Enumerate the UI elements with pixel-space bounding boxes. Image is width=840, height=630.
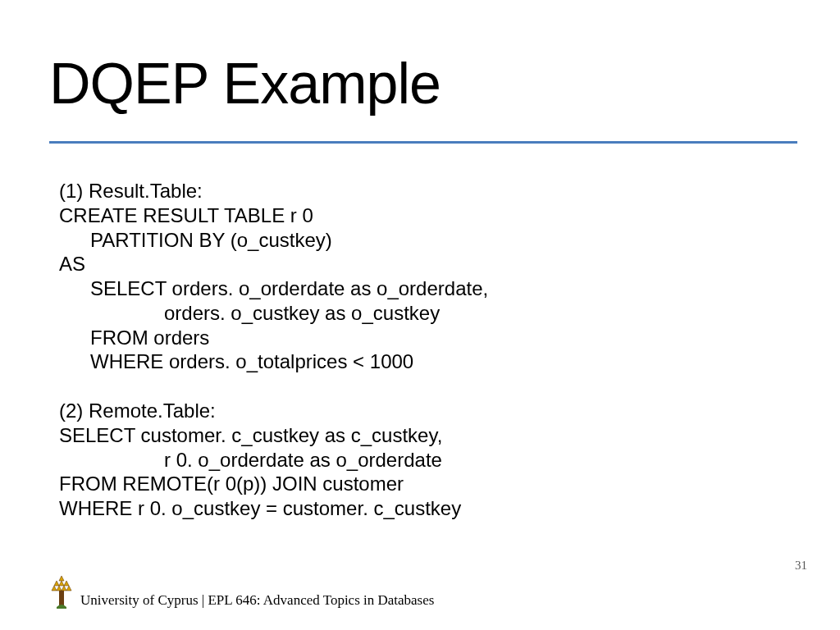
code-line: (2) Remote.Table: [59,399,791,423]
slide-body: (1) Result.Table: CREATE RESULT TABLE r … [59,179,791,521]
code-line: WHERE orders. o_totalprices < 1000 [59,349,791,374]
code-line: (1) Result.Table: [59,179,791,203]
svg-rect-0 [59,591,64,605]
code-line: SELECT orders. o_orderdate as o_orderdat… [59,276,791,301]
slide-title: DQEP Example [49,51,441,116]
code-line: orders. o_custkey as o_custkey [59,301,791,326]
university-logo-icon [49,574,74,609]
code-line: PARTITION BY (o_custkey) [59,228,791,253]
remote-table-block: (2) Remote.Table: SELECT customer. c_cus… [59,399,791,521]
title-underline [49,141,797,144]
slide: DQEP Example (1) Result.Table: CREATE RE… [0,0,840,630]
code-line: SELECT customer. c_custkey as c_custkey, [59,423,791,448]
slide-footer: University of Cyprus | EPL 646: Advanced… [49,574,434,609]
page-number: 31 [795,559,807,573]
code-line: WHERE r 0. o_custkey = customer. c_custk… [59,496,791,521]
result-table-block: (1) Result.Table: CREATE RESULT TABLE r … [59,179,791,374]
code-line: AS [59,252,791,276]
code-line: FROM REMOTE(r 0(p)) JOIN customer [59,472,791,496]
code-line: r 0. o_orderdate as o_orderdate [59,448,791,472]
code-line: CREATE RESULT TABLE r 0 [59,203,791,228]
footer-text: University of Cyprus | EPL 646: Advanced… [80,592,434,609]
code-line: FROM orders [59,326,791,350]
